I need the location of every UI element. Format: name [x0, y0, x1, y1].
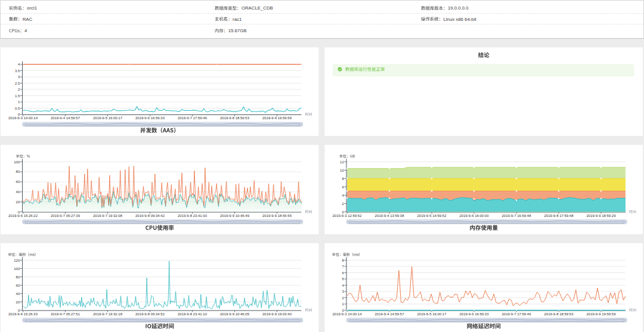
svg-text:2019-9-7 05:27:51: 2019-9-7 05:27:51 [51, 312, 80, 316]
svg-text:60: 60 [16, 180, 20, 184]
svg-text:2019-9-3 12:59:52: 2019-9-3 12:59:52 [332, 214, 362, 218]
svg-text:2019-9-8 23:41:00: 2019-9-8 23:41:00 [178, 214, 208, 218]
svg-text:2019-9-8 18:59:53: 2019-9-8 18:59:53 [544, 312, 574, 316]
svg-text:80: 80 [16, 275, 20, 279]
svg-text:2019-9-7 05:27:39: 2019-9-7 05:27:39 [51, 214, 80, 218]
svg-text:40: 40 [16, 292, 20, 296]
svg-text:2019-9-3 14:00:14: 2019-9-3 14:00:14 [332, 312, 362, 316]
svg-text:40: 40 [16, 190, 20, 194]
svg-text:2019-9-7 19:32:18: 2019-9-7 19:32:18 [93, 312, 123, 316]
svg-text:2019-9-9 18:55:55: 2019-9-9 18:55:55 [262, 214, 292, 218]
svg-text:2019-9-9 10:45:49: 2019-9-9 10:45:49 [220, 214, 250, 218]
svg-text:15.67GB: 15.67GB [228, 28, 247, 33]
svg-text:19.0.0.0.0: 19.0.0.0.0 [448, 5, 469, 11]
svg-text:2019-9-9 18:59:29: 2019-9-9 18:59:29 [586, 214, 616, 218]
svg-text:2019-9-7 16:59:48: 2019-9-7 16:59:48 [501, 214, 531, 218]
svg-text:2019-9-5 16:00:17: 2019-9-5 16:00:17 [93, 116, 123, 120]
svg-text:2019-9-9 19:59:59: 2019-9-9 19:59:59 [586, 312, 616, 316]
svg-text:2019-9-7 19:32:08: 2019-9-7 19:32:08 [93, 214, 123, 218]
svg-text:3.5: 3.5 [15, 69, 20, 73]
svg-text:2019-9-7 17:59:46: 2019-9-7 17:59:46 [178, 116, 208, 120]
svg-text:2019-9-8 18:59:53: 2019-9-8 18:59:53 [220, 116, 250, 120]
svg-text:2.5: 2.5 [15, 82, 20, 85]
svg-text:2019-9-6 15:26:33: 2019-9-6 15:26:33 [8, 312, 38, 316]
svg-text:0.5: 0.5 [15, 107, 20, 110]
svg-text:2019-9-6 16:00:00: 2019-9-6 16:00:00 [459, 214, 489, 218]
svg-text:2019-9-6 16:59:33: 2019-9-6 16:59:33 [135, 116, 165, 120]
svg-text:2019-9-4 13:59:38: 2019-9-4 13:59:38 [374, 214, 404, 218]
svg-text:1.5: 1.5 [15, 94, 20, 98]
svg-text:2019-9-9 10:46:05: 2019-9-9 10:46:05 [220, 312, 250, 316]
svg-text:2019-9-4 14:59:57: 2019-9-4 14:59:57 [374, 312, 404, 316]
svg-text:orcl1: orcl1 [27, 5, 37, 11]
svg-text:2019-9-5 16:00:17: 2019-9-5 16:00:17 [417, 312, 447, 316]
svg-text:2019-9-8 09:34:42: 2019-9-8 09:34:42 [135, 214, 165, 218]
svg-text:rac1: rac1 [233, 17, 242, 22]
svg-text:2019-9-9 19:59:59: 2019-9-9 19:59:59 [262, 116, 292, 120]
svg-text:2019-9-9 19:03:40: 2019-9-9 19:03:40 [262, 312, 292, 316]
svg-text:80: 80 [16, 170, 20, 173]
svg-text:20: 20 [16, 300, 20, 304]
svg-text:2019-9-8 09:34:52: 2019-9-8 09:34:52 [135, 312, 165, 316]
svg-text:100: 100 [14, 160, 20, 164]
svg-text:12: 12 [340, 160, 344, 164]
svg-text:Linux x86 64-bit: Linux x86 64-bit [444, 17, 477, 22]
svg-text:100: 100 [14, 267, 20, 271]
svg-text:RAC: RAC [23, 17, 33, 22]
svg-text:2019-9-6 15:26:22: 2019-9-6 15:26:22 [8, 214, 38, 218]
svg-text:10: 10 [340, 169, 344, 172]
svg-text:2019-9-4 14:59:57: 2019-9-4 14:59:57 [51, 116, 80, 120]
svg-text:ORACLE_CDB: ORACLE_CDB [242, 5, 273, 11]
svg-text:60: 60 [16, 284, 20, 287]
svg-text:2019-9-6 16:59:33: 2019-9-6 16:59:33 [459, 312, 489, 316]
svg-text:20: 20 [16, 200, 20, 204]
svg-text:2019-9-7 17:59:46: 2019-9-7 17:59:46 [501, 312, 531, 316]
svg-text:120: 120 [14, 259, 20, 262]
svg-text:2019-9-3 14:00:14: 2019-9-3 14:00:14 [8, 116, 38, 120]
svg-text:4: 4 [24, 28, 27, 33]
svg-text:2019-9-5 14:59:52: 2019-9-5 14:59:52 [417, 214, 447, 218]
svg-text:2019-9-8 23:41:10: 2019-9-8 23:41:10 [178, 312, 208, 316]
svg-text:2019-9-8 17:59:48: 2019-9-8 17:59:48 [544, 214, 574, 218]
